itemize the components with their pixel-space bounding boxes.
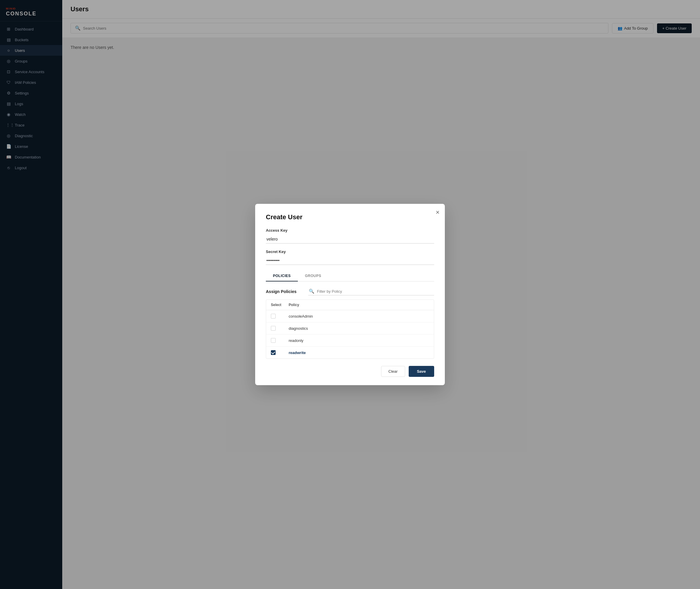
secret-key-input[interactable] [266, 256, 434, 265]
access-key-label: Access Key [266, 228, 434, 233]
table-row: readwrite [266, 347, 434, 359]
table-header: Select Policy [266, 300, 434, 310]
policy-checkbox-readwrite[interactable] [271, 350, 276, 355]
table-row: diagnostics [266, 322, 434, 335]
policy-label: diagnostics [289, 326, 429, 331]
tab-policies[interactable]: POLICIES [266, 271, 298, 281]
secret-key-label: Secret Key [266, 249, 434, 254]
secret-key-group: Secret Key [266, 249, 434, 265]
create-user-modal: × Create User Access Key Secret Key POLI… [255, 204, 445, 385]
col-policy: Policy [289, 303, 429, 307]
assign-policies-title: Assign Policies [266, 289, 296, 294]
policy-search: 🔍 [308, 287, 434, 296]
col-select: Select [271, 303, 289, 307]
policy-table: Select Policy consoleAdmin diagnostics r… [266, 300, 434, 359]
access-key-input[interactable] [266, 235, 434, 243]
table-row: consoleAdmin [266, 310, 434, 322]
tab-groups[interactable]: GROUPS [298, 271, 328, 281]
modal-footer: Clear Save [266, 366, 434, 377]
policy-checkbox-consoleAdmin[interactable] [271, 314, 276, 319]
clear-button[interactable]: Clear [381, 366, 405, 377]
policy-label: readonly [289, 338, 429, 343]
policy-label: consoleAdmin [289, 314, 429, 319]
policy-checkbox-diagnostics[interactable] [271, 326, 276, 331]
table-row: readonly [266, 335, 434, 347]
policy-checkbox-readonly[interactable] [271, 338, 276, 343]
modal-close-button[interactable]: × [435, 209, 440, 216]
policy-search-icon: 🔍 [309, 288, 315, 294]
access-key-group: Access Key [266, 228, 434, 243]
policy-filter-input[interactable] [317, 289, 433, 293]
assign-policies-header: Assign Policies 🔍 [266, 287, 434, 296]
modal-overlay[interactable]: × Create User Access Key Secret Key POLI… [0, 0, 700, 589]
modal-title: Create User [266, 213, 434, 221]
tabs: POLICIES GROUPS [266, 271, 434, 281]
policy-label: readwrite [289, 351, 429, 355]
save-button[interactable]: Save [409, 366, 434, 377]
